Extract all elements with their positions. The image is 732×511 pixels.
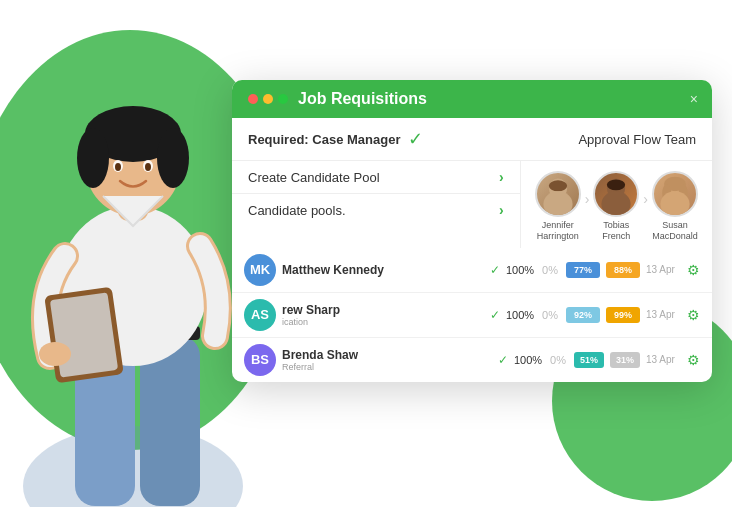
svg-point-8 — [77, 128, 109, 188]
svg-point-27 — [660, 191, 689, 217]
candidate-sub-andrew: ication — [282, 317, 484, 327]
window-titlebar: Job Requisitions × — [232, 80, 712, 118]
avatar-name-susan: SusanMacDonald — [652, 220, 698, 242]
arrow-2: › — [643, 191, 648, 207]
pct1-matthew: 100% — [506, 264, 534, 276]
check-icon-andrew: ✓ — [490, 308, 500, 322]
avatar-name-jennifer: JenniferHarrington — [537, 220, 579, 242]
svg-point-12 — [115, 163, 121, 171]
avatar-susan: SusanMacDonald — [652, 171, 698, 242]
svg-point-21 — [607, 179, 625, 190]
app-window: Job Requisitions × Required: Case Manage… — [232, 80, 712, 382]
action-arrow: › — [499, 169, 504, 185]
candidate-table: MK Matthew Kennedy ✓ 100% 0% 77% 88% 13 … — [232, 248, 712, 382]
bar1-brenda: 51% — [574, 352, 604, 368]
date-brenda: 13 Apr — [646, 354, 681, 365]
avatar-name-tobias: TobiasFrench — [602, 220, 630, 242]
avatar-tobias: TobiasFrench — [593, 171, 639, 242]
svg-point-9 — [157, 128, 189, 188]
bar2-matthew: 88% — [606, 262, 640, 278]
window-content: Required: Case Manager ✓ Approval Flow T… — [232, 118, 712, 382]
table-row: AS rew Sharp ication ✓ 100% 0% 92% 99% 1… — [232, 293, 712, 338]
action-arrow-2: › — [499, 202, 504, 218]
bar2-brenda: 31% — [610, 352, 640, 368]
required-check-icon: ✓ — [408, 128, 423, 150]
avatar-circle-susan — [652, 171, 698, 217]
required-row: Required: Case Manager ✓ Approval Flow T… — [232, 118, 712, 161]
gear-icon-brenda[interactable]: ⚙ — [687, 352, 700, 368]
close-button[interactable]: × — [690, 91, 698, 107]
table-row: BS Brenda Shaw Referral ✓ 100% 0% 51% 31… — [232, 338, 712, 382]
svg-point-18 — [549, 180, 567, 191]
approval-avatars: JenniferHarrington › TobiasFrench › — [521, 161, 712, 248]
candidate-info-brenda: Brenda Shaw Referral — [282, 348, 492, 372]
svg-point-19 — [543, 191, 572, 217]
gear-icon-matthew[interactable]: ⚙ — [687, 262, 700, 278]
candidate-sub-brenda: Referral — [282, 362, 492, 372]
check-icon-brenda: ✓ — [498, 353, 508, 367]
avatar-circle-jennifer — [535, 171, 581, 217]
person-image — [0, 0, 285, 511]
gear-icon-andrew[interactable]: ⚙ — [687, 307, 700, 323]
bar1-andrew: 92% — [566, 307, 600, 323]
bar2-andrew: 99% — [606, 307, 640, 323]
candidate-info-andrew: rew Sharp ication — [282, 303, 484, 327]
svg-point-16 — [39, 342, 71, 366]
candidate-name-brenda: Brenda Shaw — [282, 348, 492, 362]
pct1-brenda: 100% — [514, 354, 542, 366]
approval-flow-label: Approval Flow Team — [578, 132, 696, 147]
approval-team-section: Create Candidate Pool › Candidate pools.… — [232, 161, 712, 248]
candidate-name-andrew: rew Sharp — [282, 303, 484, 317]
pct1-andrew: 100% — [506, 309, 534, 321]
pct2-andrew: 0% — [540, 309, 560, 321]
svg-point-13 — [145, 163, 151, 171]
arrow-1: › — [585, 191, 590, 207]
bar1-matthew: 77% — [566, 262, 600, 278]
date-andrew: 13 Apr — [646, 309, 681, 320]
svg-point-22 — [602, 191, 631, 217]
pct2-brenda: 0% — [548, 354, 568, 366]
pct2-matthew: 0% — [540, 264, 560, 276]
check-icon-matthew: ✓ — [490, 263, 500, 277]
avatar-circle-tobias — [593, 171, 639, 217]
candidate-name-matthew: Matthew Kennedy — [282, 263, 484, 277]
avatar-jennifer: JenniferHarrington — [535, 171, 581, 242]
candidate-info-matthew: Matthew Kennedy — [282, 263, 484, 277]
table-row: MK Matthew Kennedy ✓ 100% 0% 77% 88% 13 … — [232, 248, 712, 293]
window-title: Job Requisitions — [298, 90, 690, 108]
date-matthew: 13 Apr — [646, 264, 681, 275]
